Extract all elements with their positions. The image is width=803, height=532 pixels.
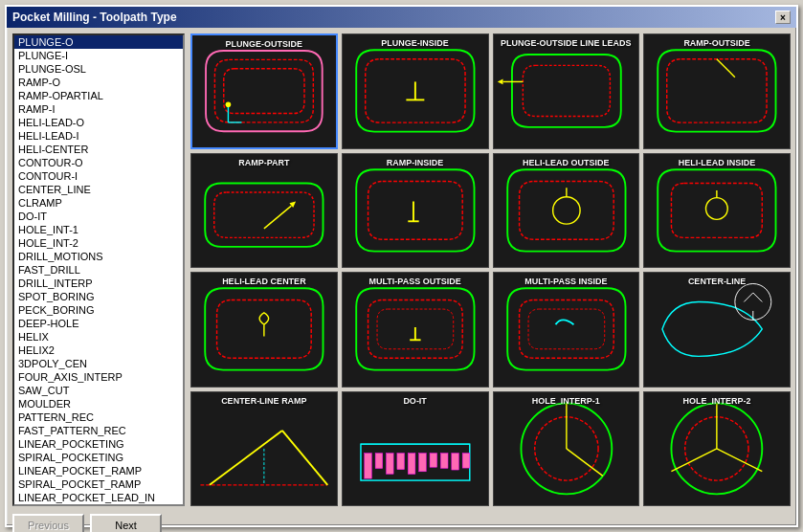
list-item[interactable]: RAMP-I (14, 102, 183, 116)
svg-rect-30 (386, 453, 393, 474)
grid-cell[interactable]: HELI-LEAD INSIDE (643, 153, 791, 269)
grid-cell[interactable]: HOLE_INTERP-2 (643, 391, 791, 507)
list-item[interactable]: CONTOUR-O (14, 156, 183, 169)
list-item[interactable]: HELI-LEAD-I (14, 129, 183, 143)
grid-cell[interactable]: PLUNGE-INSIDE (342, 33, 489, 149)
svg-line-47 (717, 449, 762, 472)
grid-cell[interactable]: CENTER-LINE (643, 272, 791, 388)
main-area: PLUNGE-OPLUNGE-IPLUNGE-OSLRAMP-ORAMP-OPA… (12, 33, 791, 506)
svg-line-8 (264, 206, 291, 229)
dialog-title: Pocket Milling - Toolpath Type (12, 11, 177, 24)
grid-cell[interactable]: RAMP-INSIDE (342, 153, 489, 269)
bottom-nav: Previous Next (12, 512, 791, 532)
list-item[interactable]: LINEAR_POCKETING (14, 437, 183, 451)
list-item[interactable]: DRILL_INTERP (14, 277, 183, 290)
svg-rect-33 (418, 453, 426, 471)
svg-line-20 (753, 293, 762, 301)
grid-cell[interactable]: CENTER-LINE RAMP (190, 391, 338, 507)
list-item[interactable]: CONTOUR-I (14, 169, 183, 183)
grid-cell[interactable]: DO-IT (342, 391, 489, 507)
list-item[interactable]: HELI-CENTER (14, 143, 183, 156)
list-item[interactable]: PECK_BORING (14, 303, 183, 317)
svg-line-24 (210, 431, 282, 485)
svg-point-14 (706, 197, 728, 219)
list-item[interactable]: HOLE_INT-1 (14, 223, 183, 236)
grid-cell[interactable]: HELI-LEAD CENTER (190, 272, 338, 388)
list-item[interactable]: HELIX2 (14, 344, 183, 357)
svg-rect-36 (452, 453, 459, 469)
list-item[interactable]: PLUNGE-OSL (14, 62, 183, 76)
svg-rect-32 (408, 453, 415, 474)
svg-point-2 (226, 101, 232, 107)
list-item[interactable]: DO-IT (14, 210, 183, 223)
list-item[interactable]: SAW_CUT (14, 384, 183, 397)
list-item[interactable]: RAMP-OPARTIAL (14, 89, 183, 102)
close-button[interactable]: × (775, 11, 791, 24)
list-item[interactable]: FAST_PATTERN_REC (14, 424, 183, 437)
list-panel[interactable]: PLUNGE-OPLUNGE-IPLUNGE-OSLRAMP-ORAMP-OPA… (12, 33, 185, 506)
grid-cell[interactable]: MULTI-PASS OUTSIDE (342, 272, 489, 388)
grid-cell[interactable]: PLUNGE-OUTSIDE LINE LEADS (493, 33, 640, 149)
svg-line-7 (717, 59, 735, 78)
svg-point-12 (552, 197, 579, 224)
list-item[interactable]: LINEAR_POCKET_LEAD_IN (14, 491, 183, 504)
svg-rect-35 (440, 453, 448, 468)
grid-cell[interactable]: PLUNGE-OUTSIDE (190, 33, 338, 149)
grid-cell[interactable]: HOLE_INTERP-1 (493, 391, 640, 507)
grid-cell[interactable]: MULTI-PASS INSIDE (493, 272, 640, 388)
list-item[interactable]: CENTER_LINE (14, 183, 183, 196)
title-bar: Pocket Milling - Toolpath Type × (7, 7, 796, 28)
list-item[interactable]: RAMP-O (14, 76, 183, 89)
list-item[interactable]: CLRAMP (14, 196, 183, 210)
svg-line-25 (282, 431, 327, 485)
list-item[interactable]: FOUR_AXIS_INTERP (14, 370, 183, 384)
grid-cell[interactable]: RAMP-OUTSIDE (643, 33, 791, 149)
list-item[interactable]: PLUNGE-O (14, 35, 183, 49)
list-item[interactable]: HELI-LEAD-O (14, 116, 183, 129)
svg-rect-31 (397, 453, 405, 469)
list-item[interactable]: DRILL_MOTIONS (14, 250, 183, 263)
list-item[interactable]: SPIRAL_POCKETING (14, 451, 183, 464)
svg-line-42 (566, 449, 602, 476)
list-item[interactable]: HOLE_INT-2 (14, 236, 183, 250)
svg-rect-28 (365, 453, 372, 477)
grid-panel: PLUNGE-OUTSIDE PLUNGE-INSIDE PLUNGE-OUTS… (190, 33, 791, 506)
grid-cell[interactable]: HELI-LEAD OUTSIDE (493, 153, 640, 269)
list-item[interactable]: MOULDER (14, 397, 183, 410)
list-item[interactable]: SPOT_BORING (14, 290, 183, 303)
list-item[interactable]: HELIX (14, 330, 183, 344)
svg-line-46 (672, 449, 717, 472)
list-item[interactable]: SPIRAL_POCKET_RAMP (14, 477, 183, 491)
svg-marker-6 (497, 79, 502, 85)
main-dialog: Pocket Milling - Toolpath Type × PLUNGE-… (5, 5, 798, 527)
list-item[interactable]: 3DPOLY_CEN (14, 357, 183, 370)
svg-rect-37 (462, 453, 470, 467)
dialog-content: PLUNGE-OPLUNGE-IPLUNGE-OSLRAMP-ORAMP-OPA… (7, 28, 796, 532)
next-button[interactable]: Next (90, 514, 162, 532)
list-item[interactable]: LINEAR_POCKET_RAMP (14, 464, 183, 477)
svg-rect-34 (430, 453, 437, 467)
svg-line-21 (745, 293, 753, 301)
svg-rect-29 (375, 453, 383, 468)
list-item[interactable]: PATTERN_REC (14, 410, 183, 424)
list-item[interactable]: DEEP-HOLE (14, 317, 183, 330)
list-item[interactable]: FAST_DRILL (14, 263, 183, 277)
list-item[interactable]: PLUNGE-I (14, 49, 183, 62)
previous-button[interactable]: Previous (12, 514, 84, 532)
grid-cell[interactable]: RAMP-PART (190, 153, 338, 269)
